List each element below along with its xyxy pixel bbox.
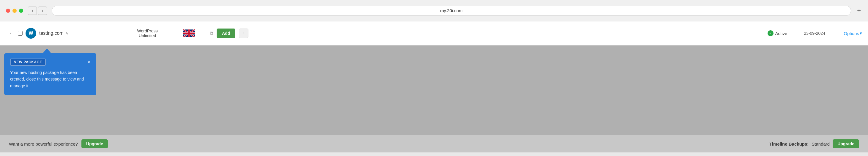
add-button[interactable]: Add (217, 29, 235, 38)
wordpress-icon: W (26, 28, 36, 39)
expand-button[interactable]: › (6, 31, 15, 35)
popup-box: NEW PACKAGE × Your new hosting package h… (4, 53, 96, 95)
domain-text: testing.com (39, 31, 64, 36)
upgrade-button[interactable]: Upgrade (82, 139, 108, 148)
popup-header: NEW PACKAGE × (10, 59, 90, 66)
backup-plan: Standard (811, 142, 830, 147)
status-check-icon: ✓ (768, 30, 774, 36)
traffic-light-yellow[interactable] (12, 9, 17, 13)
main-content: › W testing.com ✎ WordPress Unlimited (0, 21, 868, 45)
bottom-bar: Want a more powerful experience? Upgrade… (0, 135, 868, 152)
row-checkbox-wrapper (15, 31, 26, 36)
options-chevron-icon: ▾ (860, 31, 862, 36)
hosting-row: › W testing.com ✎ WordPress Unlimited (0, 21, 868, 45)
options-section: Options ▾ (832, 31, 862, 36)
address-text: my.20i.com (440, 8, 463, 13)
popup-close-button[interactable]: × (87, 59, 90, 65)
popup-wrapper: NEW PACKAGE × Your new hosting package h… (4, 49, 96, 95)
status-text: Active (775, 31, 787, 36)
traffic-lights (6, 9, 23, 13)
package-sub: Unlimited (121, 33, 174, 38)
arrow-button[interactable]: › (239, 29, 248, 38)
row-checkbox[interactable] (18, 31, 23, 36)
nav-buttons: ‹ › (28, 6, 47, 15)
backup-label: Timeline Backups: (769, 142, 809, 147)
gray-area: NEW PACKAGE × Your new hosting package h… (0, 45, 868, 152)
upgrade-prompt: Want a more powerful experience? (9, 142, 78, 147)
back-button[interactable]: ‹ (28, 6, 37, 15)
date-section: 23-09-2024 (797, 31, 832, 36)
bottom-right: Timeline Backups: Standard Upgrade (769, 139, 859, 148)
new-tab-button[interactable]: + (856, 6, 862, 16)
browser-chrome: ‹ › my.20i.com + (0, 0, 868, 21)
options-button[interactable]: Options ▾ (844, 31, 862, 36)
traffic-light-green[interactable] (19, 9, 23, 13)
uk-flag-icon (183, 29, 195, 37)
copy-icon[interactable]: ⧉ (210, 31, 213, 36)
traffic-light-red[interactable] (6, 9, 10, 13)
flag-section (174, 29, 204, 37)
bottom-left: Want a more powerful experience? Upgrade (9, 139, 108, 148)
domain-name: testing.com ✎ (39, 31, 69, 36)
popup-arrow (43, 49, 51, 53)
date-text: 23-09-2024 (804, 31, 825, 36)
address-bar[interactable]: my.20i.com (52, 6, 851, 16)
options-label: Options (844, 31, 859, 36)
status-section: ✓ Active (758, 30, 797, 36)
popup-body: Your new hosting package has been create… (10, 69, 90, 89)
domain-section: W testing.com ✎ (26, 28, 121, 39)
package-type: WordPress Unlimited (121, 29, 174, 38)
backup-upgrade-button[interactable]: Upgrade (833, 139, 859, 148)
edit-icon[interactable]: ✎ (65, 31, 69, 36)
actions-section: ⧉ Add › (204, 29, 484, 38)
forward-button[interactable]: › (38, 6, 47, 15)
popup-badge: NEW PACKAGE (10, 59, 46, 66)
package-name: WordPress (121, 29, 174, 33)
